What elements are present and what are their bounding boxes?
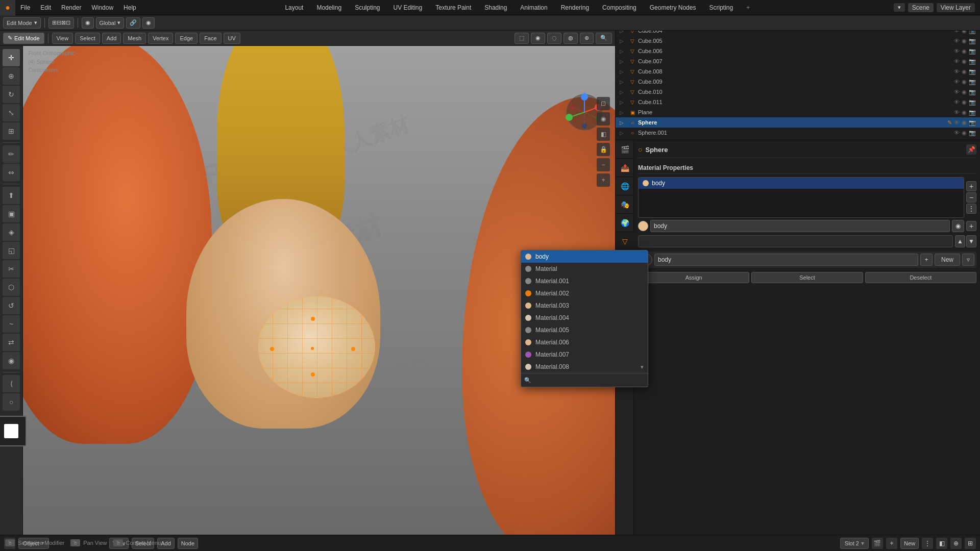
search[interactable]: 🔍 — [596, 33, 612, 44]
add-pin-btn[interactable]: + — [886, 538, 897, 549]
props-tab-scene[interactable]: 🎭 — [616, 195, 634, 214]
outliner-item-sphere001[interactable]: ▷ ○ Sphere.001 👁 ◉ 📷 — [616, 128, 980, 138]
visibility-icon[interactable]: 👁 — [954, 68, 960, 75]
viewport-icon-small[interactable]: ◉ — [962, 38, 967, 44]
visibility-icon[interactable]: 👁 — [954, 79, 960, 85]
shading-solid[interactable]: ◉ — [531, 33, 545, 44]
outliner-item-cube006[interactable]: ▷ ▽ Cube.006 👁 ◉ 📷 — [616, 46, 980, 56]
outliner-item-cube010[interactable]: ▷ ▽ Cube.010 👁 ◉ 📷 — [616, 87, 980, 97]
poly-build-tool[interactable]: ⬡ — [3, 279, 20, 296]
mode-select-dropdown[interactable]: Edit Mode ▾ — [3, 17, 41, 29]
outliner-item-plane[interactable]: ▷ ▣ Plane 👁 ◉ 📷 — [616, 107, 980, 117]
shading-material[interactable]: ◌ — [547, 33, 561, 44]
browse-material-btn[interactable]: ◉ — [952, 220, 964, 232]
visibility-icon[interactable]: 👁 — [954, 58, 960, 65]
tab-compositing[interactable]: Compositing — [596, 0, 643, 15]
dd-item-material007[interactable]: Material.007 — [521, 348, 648, 361]
tab-animation[interactable]: Animation — [514, 0, 553, 15]
props-tab-world[interactable]: 🌍 — [616, 214, 634, 232]
render-icon[interactable]: 📷 — [969, 79, 976, 85]
extrude-tool[interactable]: ⬆ — [3, 187, 20, 204]
menu-edit[interactable]: Edit — [35, 0, 56, 15]
measure-tool[interactable]: ⇔ — [3, 164, 20, 181]
render-engine-selector[interactable]: ▾ — [894, 3, 905, 12]
viewport-shading[interactable]: ◉ — [82, 17, 94, 29]
scale-tool[interactable]: ⤡ — [3, 104, 20, 121]
props-tab-output[interactable]: 📤 — [616, 159, 634, 177]
new-slot-btn[interactable]: New — [900, 538, 919, 549]
slot-selector[interactable]: Slot 2 ▾ — [840, 538, 869, 549]
shrink-tool[interactable]: ◉ — [3, 352, 20, 369]
material-arrow-down[interactable]: ▼ — [966, 235, 976, 247]
add-material-slot[interactable]: + — [966, 181, 976, 191]
spin-tool[interactable]: ↺ — [3, 297, 20, 314]
tab-rendering[interactable]: Rendering — [555, 0, 595, 15]
render-icon[interactable]: 📷 — [969, 58, 976, 65]
visibility-icon[interactable]: 👁 — [954, 89, 960, 95]
transform-tool[interactable]: ⊞ — [3, 122, 20, 140]
render-icon[interactable]: 📷 — [969, 68, 976, 75]
props-tab-object[interactable]: ▽ — [616, 232, 634, 251]
knife-tool[interactable]: ✂ — [3, 260, 20, 278]
props-pin[interactable]: 📌 — [966, 144, 976, 155]
dd-item-material[interactable]: Material — [521, 263, 648, 275]
current-material-selector[interactable]: body — [654, 254, 918, 266]
viewport-icon-small[interactable]: ◉ — [962, 130, 967, 136]
view-lock[interactable]: 🔒 — [597, 143, 610, 156]
outliner-item-cube005[interactable]: ▷ ▽ Cube.005 👁 ◉ 📷 — [616, 36, 980, 46]
dd-search-input[interactable] — [533, 375, 645, 385]
material-slot-options[interactable]: ⋮ — [966, 204, 976, 214]
global-transform[interactable]: Global ▾ — [96, 17, 125, 29]
dd-item-body[interactable]: body — [521, 251, 648, 263]
outliner-item-sphere[interactable]: ▷ ○ Sphere ✎ 👁 ◉ 📷 — [616, 117, 980, 128]
shading-wire[interactable]: ⬚ — [514, 33, 529, 44]
outliner-item-cube009[interactable]: ▷ ▽ Cube.009 👁 ◉ 📷 — [616, 77, 980, 87]
local-view[interactable]: ◉ — [597, 112, 610, 126]
right-btn-1[interactable]: ◧ — [936, 538, 947, 549]
visibility-icon[interactable]: 👁 — [954, 38, 960, 44]
uv-menu[interactable]: UV — [224, 33, 240, 44]
render-icon[interactable]: 📷 — [969, 48, 976, 55]
render-icon[interactable]: 📷 — [969, 99, 976, 106]
new-mat-plus[interactable]: + — [920, 254, 933, 266]
add-workspace-tab[interactable]: + — [740, 0, 756, 15]
add-menu[interactable]: Add — [102, 33, 121, 44]
material-name-field[interactable]: body — [650, 220, 950, 232]
visibility-icon[interactable]: 👁 — [954, 130, 960, 136]
render-icon[interactable]: 📷 — [969, 38, 976, 44]
edge-menu[interactable]: Edge — [175, 33, 198, 44]
dd-item-material003[interactable]: Material.003 — [521, 299, 648, 312]
viewport-icon-small[interactable]: ◉ — [962, 79, 967, 85]
shear-tool[interactable]: ⟨ — [3, 375, 20, 392]
render-icon[interactable]: 📷 — [969, 89, 976, 95]
shading-render[interactable]: ◍ — [564, 33, 578, 44]
viewport-icon-small[interactable]: ◉ — [962, 99, 967, 106]
dd-item-material004[interactable]: Material.004 — [521, 312, 648, 324]
viewport-icon-small[interactable]: ◉ — [962, 58, 967, 65]
tab-uv-editing[interactable]: UV Editing — [387, 0, 429, 15]
node-btn[interactable]: Node — [178, 538, 198, 549]
menu-window[interactable]: Window — [86, 0, 118, 15]
props-tab-view[interactable]: 🌐 — [616, 177, 634, 195]
visibility-icon[interactable]: 👁 — [954, 48, 960, 55]
tab-scripting[interactable]: Scripting — [703, 0, 739, 15]
edit-icon[interactable]: ✎ — [947, 119, 952, 126]
viewport-icon-small[interactable]: ◉ — [962, 89, 967, 95]
loop-cut-tool[interactable]: ◱ — [3, 242, 20, 259]
menu-help[interactable]: Help — [118, 0, 141, 15]
zoom-out[interactable]: − — [597, 158, 610, 171]
remove-material-slot[interactable]: − — [966, 192, 976, 203]
new-button[interactable]: New — [935, 254, 960, 266]
material-list-item-selected[interactable]: body — [639, 178, 964, 189]
zoom-in[interactable]: + — [597, 173, 610, 187]
outliner-item-cube011[interactable]: ▷ ▽ Cube.011 👁 ◉ 📷 — [616, 97, 980, 107]
rotate-tool[interactable]: ↻ — [3, 86, 20, 103]
props-tab-render[interactable]: 🎬 — [616, 140, 634, 159]
render-icon[interactable]: 📷 — [969, 119, 976, 126]
camera-view[interactable]: ◧ — [597, 128, 610, 141]
blender-logo[interactable]: ● — [0, 0, 15, 15]
tab-sculpting[interactable]: Sculpting — [349, 0, 386, 15]
edge-slide-tool[interactable]: ⇄ — [3, 334, 20, 351]
tab-modeling[interactable]: Modeling — [310, 0, 348, 15]
menu-file[interactable]: File — [15, 0, 35, 15]
